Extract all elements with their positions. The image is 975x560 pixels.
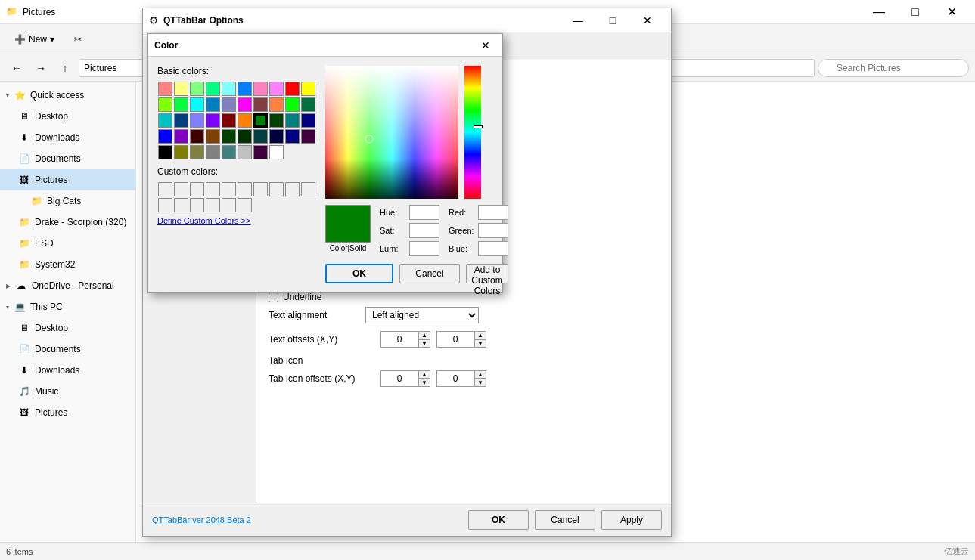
- custom-color-cell[interactable]: [206, 198, 220, 212]
- sidebar-item-drake[interactable]: 📁 Drake - Scorpion (320): [0, 212, 135, 233]
- basic-color-cell[interactable]: [253, 129, 268, 144]
- qtdialog-ok-button[interactable]: OK: [468, 510, 529, 530]
- custom-color-cell[interactable]: [238, 198, 252, 212]
- qtdialog-version-link[interactable]: QTTabBar ver 2048 Beta 2: [152, 515, 251, 524]
- sidebar-item-documents[interactable]: 📄 Documents: [0, 148, 135, 169]
- basic-color-cell[interactable]: [269, 129, 284, 144]
- tab-icon-offset-x-input[interactable]: [380, 370, 418, 387]
- basic-color-cell[interactable]: [285, 97, 300, 112]
- basic-color-cell[interactable]: [238, 129, 252, 144]
- basic-color-cell[interactable]: [238, 82, 252, 96]
- lum-input[interactable]: 60: [409, 241, 439, 256]
- custom-color-cell[interactable]: [285, 182, 300, 196]
- text-alignment-select[interactable]: Left aligned: [365, 307, 479, 323]
- basic-color-cell[interactable]: [190, 145, 204, 159]
- custom-color-cell[interactable]: [301, 182, 315, 196]
- basic-color-cell[interactable]: [269, 82, 284, 96]
- qtdialog-maximize-button[interactable]: □: [595, 8, 630, 32]
- basic-color-cell[interactable]: [301, 113, 315, 128]
- text-offset-y-input[interactable]: [436, 331, 474, 348]
- basic-color-cell[interactable]: [190, 129, 204, 144]
- define-custom-colors-button[interactable]: Define Custom Colors >>: [157, 213, 251, 228]
- basic-color-cell[interactable]: [158, 145, 172, 159]
- qtdialog-cancel-button[interactable]: Cancel: [535, 510, 595, 530]
- basic-color-cell[interactable]: [285, 82, 300, 96]
- basic-color-cell[interactable]: [206, 129, 220, 144]
- hue-input[interactable]: 80: [409, 205, 439, 220]
- basic-color-cell[interactable]: [269, 97, 284, 112]
- basic-color-cell[interactable]: [301, 97, 315, 112]
- custom-color-cell[interactable]: [174, 198, 188, 212]
- basic-color-cell[interactable]: [158, 129, 172, 144]
- sidebar-item-music[interactable]: 🎵 Music: [0, 381, 135, 402]
- basic-color-cell[interactable]: [206, 97, 220, 112]
- basic-color-cell[interactable]: [285, 129, 300, 144]
- basic-color-cell[interactable]: [206, 82, 220, 96]
- color-add-to-custom-button[interactable]: Add to Custom Colors: [466, 264, 508, 283]
- basic-color-cell[interactable]: [222, 145, 236, 159]
- qtdialog-apply-button[interactable]: Apply: [601, 510, 662, 530]
- basic-color-cell[interactable]: [174, 113, 188, 128]
- custom-color-cell[interactable]: [174, 182, 188, 196]
- basic-color-cell[interactable]: [253, 97, 268, 112]
- forward-button[interactable]: →: [30, 57, 51, 79]
- qtdialog-minimize-button[interactable]: —: [560, 8, 595, 32]
- basic-color-cell[interactable]: [158, 97, 172, 112]
- custom-color-cell[interactable]: [190, 198, 204, 212]
- basic-color-cell[interactable]: [222, 113, 236, 128]
- underline-checkbox[interactable]: [269, 292, 278, 302]
- text-offset-x-up[interactable]: ▲: [418, 331, 430, 339]
- custom-color-cell[interactable]: [222, 182, 236, 196]
- color-dialog-close-button[interactable]: ✕: [475, 35, 496, 56]
- basic-color-cell[interactable]: [285, 113, 300, 128]
- text-offset-y-up[interactable]: ▲: [474, 331, 486, 339]
- basic-color-cell[interactable]: [190, 82, 204, 96]
- sidebar-item-pictures[interactable]: 🖼 Pictures: [0, 169, 135, 190]
- sidebar-item-desktop[interactable]: 🖥 Desktop: [0, 106, 135, 127]
- custom-color-cell[interactable]: [269, 182, 284, 196]
- spectrum-canvas[interactable]: [325, 66, 458, 199]
- custom-color-cell[interactable]: [158, 198, 172, 212]
- qtdialog-close-button[interactable]: ✕: [630, 8, 665, 32]
- tab-icon-y-up[interactable]: ▲: [474, 370, 486, 379]
- basic-color-cell[interactable]: [174, 97, 188, 112]
- back-button[interactable]: ←: [6, 57, 27, 79]
- color-ok-button[interactable]: OK: [325, 264, 393, 283]
- explorer-close-button[interactable]: ✕: [934, 0, 969, 24]
- basic-color-cell[interactable]: [174, 129, 188, 144]
- basic-color-cell[interactable]: [158, 113, 172, 128]
- text-offset-x-input[interactable]: [380, 331, 418, 348]
- explorer-minimize-button[interactable]: —: [862, 0, 896, 24]
- basic-color-cell[interactable]: [253, 113, 268, 128]
- custom-color-cell[interactable]: [158, 182, 172, 196]
- cut-button[interactable]: ✂: [66, 28, 90, 51]
- up-button[interactable]: ↑: [54, 57, 76, 79]
- basic-color-cell[interactable]: [190, 97, 204, 112]
- red-input[interactable]: 0: [478, 205, 508, 220]
- sidebar-item-esd[interactable]: 📁 ESD: [0, 233, 135, 254]
- basic-color-cell[interactable]: [206, 145, 220, 159]
- custom-color-cell[interactable]: [206, 182, 220, 196]
- quick-access-header[interactable]: ▾ ⭐ Quick access: [0, 85, 135, 106]
- custom-color-cell[interactable]: [190, 182, 204, 196]
- basic-color-cell[interactable]: [238, 145, 252, 159]
- sidebar-item-big-cats[interactable]: 📁 Big Cats: [0, 190, 135, 212]
- basic-color-cell[interactable]: [158, 82, 172, 96]
- basic-color-cell[interactable]: [222, 82, 236, 96]
- sidebar-item-downloads1[interactable]: ⬇ Downloads: [0, 127, 135, 148]
- sidebar-item-desktop2[interactable]: 🖥 Desktop: [0, 317, 135, 339]
- sidebar-item-this-pc[interactable]: ▾ 💻 This PC: [0, 296, 135, 317]
- tab-icon-y-down[interactable]: ▼: [474, 379, 486, 387]
- basic-color-cell[interactable]: [206, 113, 220, 128]
- tab-icon-offset-y-input[interactable]: [436, 370, 474, 387]
- basic-color-cell[interactable]: [253, 145, 268, 159]
- basic-color-cell[interactable]: [174, 145, 188, 159]
- custom-color-cell[interactable]: [222, 198, 236, 212]
- search-input[interactable]: [818, 59, 969, 77]
- sidebar-item-pictures2[interactable]: 🖼 Pictures: [0, 402, 135, 423]
- sidebar-item-documents2[interactable]: 📄 Documents: [0, 339, 135, 360]
- explorer-maximize-button[interactable]: □: [898, 0, 933, 24]
- custom-color-cell[interactable]: [253, 182, 268, 196]
- text-offset-y-down[interactable]: ▼: [474, 339, 486, 348]
- tab-icon-x-up[interactable]: ▲: [418, 370, 430, 379]
